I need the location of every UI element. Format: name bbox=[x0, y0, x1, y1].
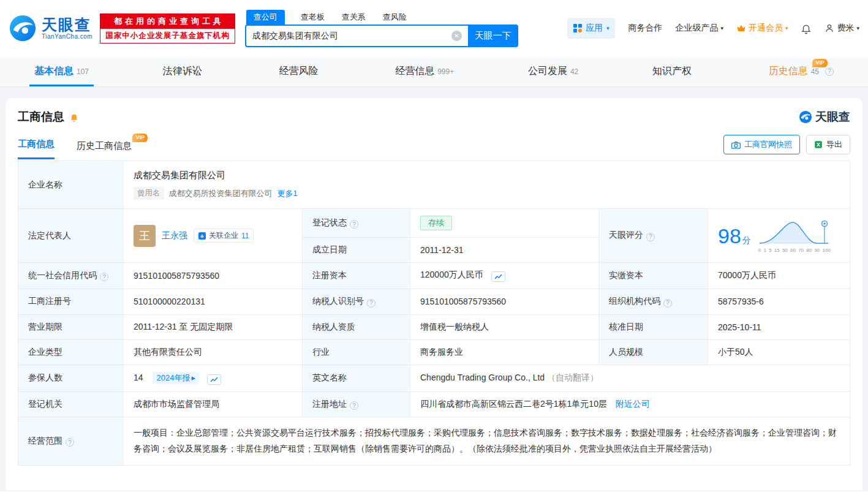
help-icon[interactable]: ? bbox=[100, 273, 108, 281]
value-established: 2011-12-31 bbox=[410, 238, 599, 263]
menu-item-user[interactable]: 费米 ▾ bbox=[825, 23, 859, 34]
help-icon[interactable]: ? bbox=[663, 299, 672, 308]
apps-label: 应用 bbox=[586, 23, 603, 34]
legal-rep-avatar[interactable]: 王 bbox=[134, 225, 156, 247]
nav-tab-basic-info[interactable]: 基本信息 107 bbox=[21, 56, 102, 86]
search-button[interactable]: 天眼一下 bbox=[468, 25, 518, 47]
chevron-down-icon: ▾ bbox=[720, 25, 723, 31]
label-reg-number: 工商注册号 bbox=[18, 289, 124, 315]
help-icon[interactable]: ? bbox=[66, 438, 74, 447]
score-number: 98分 bbox=[718, 225, 751, 246]
search-box: ✕ bbox=[245, 25, 468, 47]
search-tabs: 查公司 查老板 查关系 查风险 bbox=[245, 9, 518, 25]
official-snapshot-button[interactable]: 工商官网快照 bbox=[723, 135, 800, 154]
apps-button[interactable]: 应用 ▾ bbox=[567, 18, 616, 39]
value-legal-rep: 王 王永强 关联企业 11 bbox=[124, 209, 303, 263]
related-companies-tag[interactable]: 关联企业 11 bbox=[194, 229, 254, 243]
menu-item-vip[interactable]: 开通会员 ▾ bbox=[736, 23, 788, 34]
snapshot-camera-icon bbox=[731, 141, 741, 149]
row-capital: 统一社会信用代码? 915101005875793560 注册资本 120000… bbox=[18, 263, 850, 289]
search-tab-risk[interactable]: 查风险 bbox=[382, 10, 408, 25]
page-background: 工商信息 天眼查 工商信息 VIP 历史工商信息 bbox=[0, 87, 868, 491]
search-tab-relation[interactable]: 查关系 bbox=[341, 10, 367, 25]
label-approval-date: 核准日期 bbox=[599, 314, 708, 339]
nearby-companies-link[interactable]: 附近公司 bbox=[616, 399, 650, 409]
nav-tab-company-development[interactable]: 公司发展 42 bbox=[515, 56, 592, 86]
help-icon[interactable]: ? bbox=[825, 67, 834, 76]
label-legal-rep: 法定代表人 bbox=[18, 209, 124, 263]
nav-tab-history-info[interactable]: VIP 历史信息 45 ? bbox=[755, 56, 847, 86]
auto-translate-note: （自动翻译） bbox=[547, 373, 598, 382]
value-industry: 商务服务业 bbox=[410, 339, 599, 365]
logo-domain: TianYanCha.com bbox=[42, 33, 92, 40]
label-reg-address: 注册地址? bbox=[303, 392, 410, 417]
nav-tab-operating-risk[interactable]: 经营风险 bbox=[265, 56, 334, 86]
row-insured: 参保人数 14 2024年报▸ 英文名称 Chengdu Trading Gro… bbox=[18, 365, 850, 392]
nav-tab-legal[interactable]: 法律诉讼 bbox=[149, 56, 219, 86]
label-taxpayer-quality: 纳税人资质 bbox=[303, 314, 410, 339]
arrow-right-icon: ▸ bbox=[191, 373, 195, 382]
label-taxpayer-id: 纳税人识别号? bbox=[303, 289, 410, 315]
related-companies-icon bbox=[198, 232, 206, 240]
top-menu: 应用 ▾ 商务合作 企业级产品 ▾ 开通会员 ▾ bbox=[567, 18, 859, 39]
tianyancha-watermark: 天眼查 bbox=[799, 109, 850, 125]
label-reg-capital: 注册资本 bbox=[303, 263, 410, 289]
top-header: 天眼查 TianYanCha.com 都在用的商业查询工具 国家中小企业发展子基… bbox=[0, 0, 868, 56]
label-company-type: 企业类型 bbox=[18, 339, 124, 365]
help-icon[interactable]: ? bbox=[350, 220, 358, 229]
help-icon[interactable]: ? bbox=[646, 233, 655, 241]
value-taxpayer-quality: 增值税一般纳税人 bbox=[410, 314, 599, 339]
value-taxpayer-id: 915101005875793560 bbox=[410, 289, 599, 315]
enterprise-label: 企业级产品 bbox=[675, 23, 718, 34]
section-bell-icon[interactable] bbox=[69, 112, 79, 123]
crown-icon bbox=[736, 25, 746, 32]
value-business-term: 2011-12-31 至 无固定期限 bbox=[124, 314, 303, 339]
nav-tab-intellectual-property[interactable]: 知识产权 bbox=[639, 56, 708, 86]
help-icon[interactable]: ? bbox=[367, 299, 376, 308]
tianyancha-logo[interactable]: 天眼查 TianYanCha.com bbox=[9, 14, 92, 42]
label-established: 成立日期 bbox=[303, 238, 410, 263]
label-reg-status: 登记状态? bbox=[303, 209, 410, 238]
search-area: 查公司 查老板 查关系 查风险 ✕ 天眼一下 bbox=[245, 9, 518, 47]
notification-bell-icon[interactable] bbox=[801, 23, 812, 34]
search-tab-company[interactable]: 查公司 bbox=[246, 10, 285, 25]
legal-rep-link[interactable]: 王永强 bbox=[162, 230, 187, 241]
help-icon[interactable]: ? bbox=[350, 401, 358, 410]
tianyancha-logo-icon bbox=[9, 14, 37, 42]
vip-label: 开通会员 bbox=[749, 23, 783, 34]
score-curve-chart: 0 1 5 15 50 60 70 80 90 100 bbox=[756, 219, 833, 253]
row-authority: 登记机关 成都市市场监督管理局 注册地址? 四川省成都市高新区锦云西二巷2号1栋… bbox=[18, 392, 850, 417]
tab-history-business-info[interactable]: VIP 历史工商信息 bbox=[77, 140, 132, 159]
value-reg-status: 存续 bbox=[410, 209, 599, 238]
cooperation-label: 商务合作 bbox=[628, 23, 662, 34]
value-approval-date: 2025-10-11 bbox=[708, 314, 850, 339]
value-credit-code: 915101005875793560 bbox=[124, 263, 303, 289]
search-input[interactable] bbox=[252, 31, 451, 41]
business-info-card: 工商信息 天眼查 工商信息 VIP 历史工商信息 bbox=[6, 98, 862, 490]
annual-report-link[interactable]: 2024年报▸ bbox=[153, 372, 198, 384]
clear-search-icon[interactable]: ✕ bbox=[451, 31, 462, 41]
search-tab-boss[interactable]: 查老板 bbox=[300, 10, 326, 25]
promo-banner-line2: 国家中小企业发展子基金旗下机构 bbox=[100, 29, 235, 43]
value-score: 98分 0 1 5 15 50 60 70 80 bbox=[708, 209, 850, 263]
capital-trend-icon[interactable] bbox=[491, 271, 505, 282]
menu-item-enterprise[interactable]: 企业级产品 ▾ bbox=[675, 23, 723, 34]
value-org-code: 58757935-6 bbox=[708, 289, 850, 315]
row-registration-numbers: 工商注册号 510100000220131 纳税人识别号? 9151010058… bbox=[18, 289, 850, 315]
menu-item-cooperation[interactable]: 商务合作 bbox=[628, 23, 662, 34]
insured-trend-icon[interactable] bbox=[207, 374, 221, 385]
nav-tab-operating-info[interactable]: 经营信息 999+ bbox=[382, 56, 467, 86]
label-paid-capital: 实缴资本 bbox=[599, 263, 708, 289]
apps-grid-icon bbox=[573, 24, 582, 32]
tab-business-info[interactable]: 工商信息 bbox=[18, 138, 55, 159]
more-former-names-link[interactable]: 更多1 bbox=[277, 188, 298, 199]
status-badge: 存续 bbox=[420, 216, 452, 230]
value-reg-capital: 120000万人民币 bbox=[410, 263, 599, 289]
export-button[interactable]: 导出 bbox=[806, 135, 850, 154]
former-name: 成都交易所投资集团有限公司 bbox=[169, 188, 273, 199]
row-company-name: 企业名称 成都交易集团有限公司 曾用名 成都交易所投资集团有限公司 更多1 bbox=[18, 161, 850, 209]
row-term: 营业期限 2011-12-31 至 无固定期限 纳税人资质 增值税一般纳税人 核… bbox=[18, 314, 850, 339]
value-staff-size: 小于50人 bbox=[708, 339, 850, 365]
value-business-scope: 一般项目：企业总部管理；公共资源交易平台运行技术服务；招投标代理服务；采购代理服… bbox=[124, 417, 850, 466]
vip-badge: VIP bbox=[812, 59, 828, 67]
